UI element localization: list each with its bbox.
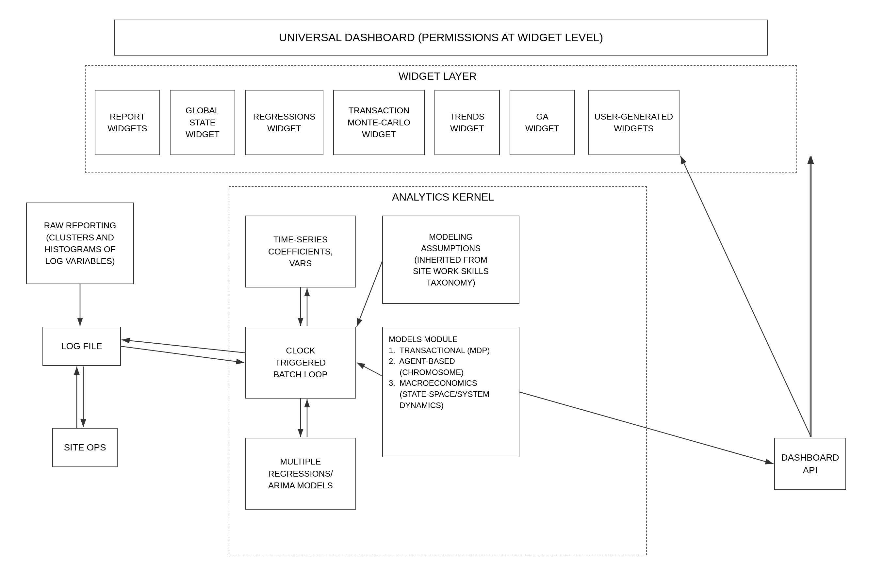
- dashboard-api-box: DASHBOARD API: [774, 438, 846, 490]
- regressions-widget-box: REGRESSIONS WIDGET: [245, 90, 324, 155]
- time-series-box: TIME-SERIES COEFFICIENTS, VARS: [245, 216, 356, 288]
- ga-widget-box: GA WIDGET: [510, 90, 575, 155]
- clock-triggered-box: CLOCK TRIGGERED BATCH LOOP: [245, 327, 356, 399]
- user-generated-widgets-box: USER-GENERATED WIDGETS: [588, 90, 679, 155]
- report-widgets-box: REPORT WIDGETS: [95, 90, 160, 155]
- diagram-container: UNIVERSAL DASHBOARD (PERMISSIONS AT WIDG…: [0, 0, 883, 588]
- site-ops-box: SITE OPS: [52, 428, 118, 467]
- widget-layer-label: WIDGET LAYER: [399, 70, 477, 82]
- log-file-box: LOG FILE: [42, 327, 121, 366]
- raw-reporting-box: RAW REPORTING (CLUSTERS AND HISTOGRAMS O…: [26, 202, 134, 284]
- modeling-assumptions-box: MODELING ASSUMPTIONS (INHERITED FROM SIT…: [382, 216, 519, 304]
- universal-dashboard-label: UNIVERSAL DASHBOARD (PERMISSIONS AT WIDG…: [279, 30, 603, 45]
- svg-line-16: [681, 156, 811, 437]
- universal-dashboard-box: UNIVERSAL DASHBOARD (PERMISSIONS AT WIDG…: [114, 20, 768, 56]
- svg-line-3: [121, 346, 244, 363]
- trends-widget-box: TRENDS WIDGET: [435, 90, 500, 155]
- transaction-monte-carlo-widget-box: TRANSACTION MONTE-CARLO WIDGET: [333, 90, 425, 155]
- svg-line-4: [121, 340, 245, 353]
- models-module-box: MODELS MODULE 1. TRANSACTIONAL (MDP) 2. …: [382, 327, 519, 458]
- analytics-kernel-label: ANALYTICS KERNEL: [392, 191, 494, 203]
- multiple-regressions-box: MULTIPLE REGRESSIONS/ ARIMA MODELS: [245, 438, 356, 510]
- global-state-widget-box: GLOBAL STATE WIDGET: [170, 90, 235, 155]
